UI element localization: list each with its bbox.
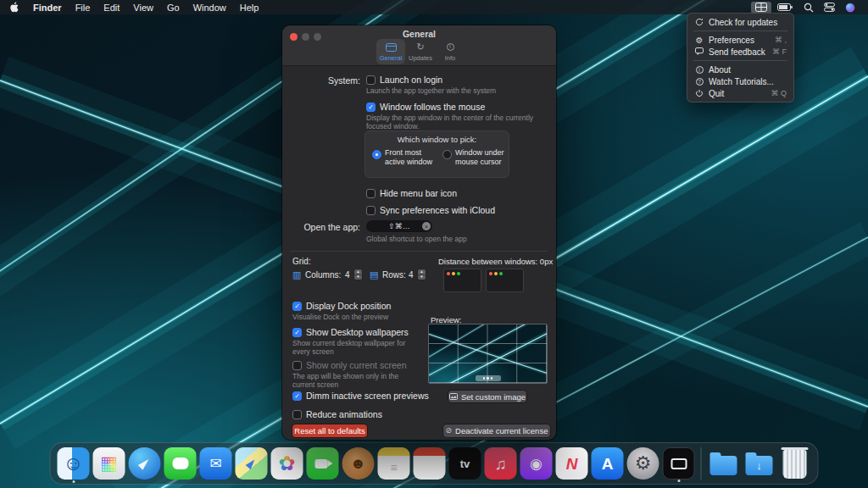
tv-icon: tv: [460, 458, 470, 469]
radio-dot[interactable]: [372, 150, 381, 159]
menu-bar-app-name[interactable]: Finder: [26, 0, 69, 14]
menu-item-about[interactable]: About: [687, 64, 793, 75]
dock-icon-news[interactable]: N: [556, 447, 588, 480]
deactivate-license-button[interactable]: ⊘ Deactivate current license: [443, 424, 550, 437]
menu-bar-item-help[interactable]: Help: [233, 0, 266, 14]
dock-icon-calendar[interactable]: [414, 447, 446, 480]
window-title: General: [282, 29, 556, 39]
show-only-current-screen-checkbox[interactable]: Show only current screen: [292, 360, 406, 370]
menu-item-send-feedback[interactable]: Send feedback ⌘ F: [687, 46, 793, 58]
dimm-inactive-previews-checkbox[interactable]: Dimm inactive screen previews: [292, 391, 429, 401]
dock-icon-facetime[interactable]: [307, 447, 339, 480]
global-shortcut-input[interactable]: ⇧⌘… ×: [366, 220, 432, 232]
checkbox-label: Window follows the mouse: [380, 102, 485, 112]
checkbox-label: Display Dock position: [306, 301, 391, 311]
checkbox-box[interactable]: [366, 206, 376, 215]
info-icon: [694, 66, 704, 74]
dock-icon-contacts[interactable]: ☻: [342, 447, 375, 480]
checkbox-box[interactable]: [292, 361, 302, 370]
dock-icon-app-store[interactable]: A: [592, 447, 624, 480]
launch-on-login-checkbox[interactable]: Launch on login: [366, 75, 442, 85]
checkbox-box[interactable]: [292, 302, 302, 311]
dock-icon-photos[interactable]: ✿: [271, 447, 303, 480]
dock-icon-podcasts[interactable]: ◉: [520, 447, 553, 480]
checkbox-box[interactable]: [292, 391, 302, 401]
menu-bar-item-file[interactable]: File: [69, 0, 97, 14]
dock-icon-finder[interactable]: ☺: [58, 447, 90, 480]
checkbox-box[interactable]: [366, 75, 376, 85]
menu-item-shortcut: ⌘ F: [772, 47, 787, 56]
menu-bar-item-go[interactable]: Go: [160, 0, 186, 14]
reset-all-defaults-button[interactable]: Reset all to defaults: [292, 424, 367, 437]
zoom-button[interactable]: [314, 33, 321, 41]
checkbox-box[interactable]: [292, 328, 302, 337]
app-menubar-grid-icon[interactable]: [751, 2, 771, 14]
tab-info[interactable]: Info: [436, 39, 465, 64]
dock-icon-trash[interactable]: [779, 447, 811, 480]
control-center-icon[interactable]: [820, 2, 839, 14]
show-desktop-wallpapers-checkbox[interactable]: Show Desktop wallpapers: [292, 327, 409, 337]
dock-icon-system-preferences[interactable]: ⚙: [627, 447, 659, 480]
sync-preferences-icloud-checkbox[interactable]: Sync preferences with iCloud: [366, 205, 495, 215]
feedback-bubble-icon: [694, 47, 704, 56]
yellow-dot: [452, 272, 455, 275]
show-wallpapers-desc: Show current desktop wallpaper for every…: [292, 339, 421, 356]
spotlight-search-icon[interactable]: [799, 2, 818, 14]
rows-stepper[interactable]: ▲▼: [417, 269, 426, 280]
dock-icon-notes[interactable]: ≡: [378, 447, 410, 480]
messages-bubble-icon: [172, 458, 188, 469]
display-dock-position-checkbox[interactable]: Display Dock position: [292, 301, 391, 311]
refresh-icon: [694, 18, 704, 26]
columns-stepper[interactable]: ▲▼: [353, 269, 363, 280]
dock-icon-downloads[interactable]: ↓: [743, 447, 776, 480]
radio-dot[interactable]: [442, 150, 452, 159]
tab-label: Updates: [409, 54, 432, 62]
trash-icon: [783, 450, 807, 479]
only-current-desc: The app will be shown only in the curren…: [292, 372, 420, 389]
siri-icon[interactable]: [841, 2, 860, 14]
clear-shortcut-button[interactable]: ×: [422, 222, 431, 230]
window-follows-mouse-checkbox[interactable]: Window follows the mouse: [366, 102, 485, 112]
tab-updates[interactable]: ↻ Updates: [406, 39, 435, 64]
dock-icon-safari[interactable]: [129, 447, 161, 480]
set-custom-image-button[interactable]: Set custom image: [448, 391, 526, 402]
green-dot: [457, 272, 460, 275]
news-icon: N: [566, 456, 578, 472]
dock-icon-folder[interactable]: [708, 447, 740, 480]
checkbox-box[interactable]: [292, 410, 302, 419]
apple-menu[interactable]: [0, 2, 26, 13]
dock-icon-tv[interactable]: tv: [449, 447, 481, 480]
dock-icon-launchpad[interactable]: ▦: [93, 447, 125, 480]
tab-general[interactable]: General: [376, 39, 405, 64]
checkbox-box[interactable]: [366, 189, 376, 198]
battery-icon[interactable]: [773, 2, 798, 14]
radio-window-under-mouse-cursor[interactable]: Window under mouse cursor: [442, 148, 506, 167]
dock-icon-window-manager-app[interactable]: [663, 447, 695, 480]
menu-item-preferences[interactable]: ⚙ Preferences ⌘ ,: [687, 34, 793, 46]
hide-menu-bar-icon-checkbox[interactable]: Hide menu bar icon: [366, 188, 457, 198]
button-label: Set custom image: [461, 392, 526, 402]
dock-icon-messages[interactable]: [164, 447, 197, 480]
dock-icon-music[interactable]: ♫: [485, 447, 517, 480]
radio-front-most-active-window[interactable]: Front most active window: [372, 148, 436, 167]
menu-bar-item-window[interactable]: Window: [186, 0, 233, 14]
general-tab-icon: [386, 42, 397, 53]
close-button[interactable]: [290, 33, 298, 41]
menu-bar-item-view[interactable]: View: [126, 0, 160, 14]
red-dot: [489, 272, 492, 275]
window-content: System: Launch on login Launch the app t…: [282, 66, 556, 440]
checkbox-label: Dimm inactive screen previews: [306, 391, 429, 401]
distance-preview-window-1: [443, 269, 481, 292]
menu-item-watch-tutorials[interactable]: Watch Tutorials...: [687, 75, 793, 87]
checkbox-box[interactable]: [366, 103, 376, 112]
dock-icon-mail[interactable]: ✉: [200, 447, 232, 480]
menu-bar-item-edit[interactable]: Edit: [97, 0, 126, 14]
menu-item-label: Send feedback: [709, 47, 765, 57]
menu-item-check-for-updates[interactable]: Check for updates: [687, 16, 793, 28]
reduce-animations-checkbox[interactable]: Reduce animations: [292, 409, 382, 419]
app-menu-dropdown: Check for updates ⚙ Preferences ⌘ , Send…: [687, 13, 794, 103]
dock-icon-maps[interactable]: [236, 447, 268, 480]
desktop: Finder File Edit View Go Window Help: [0, 0, 868, 488]
minimize-button[interactable]: [302, 33, 309, 41]
menu-item-quit[interactable]: Quit ⌘ Q: [687, 87, 793, 99]
